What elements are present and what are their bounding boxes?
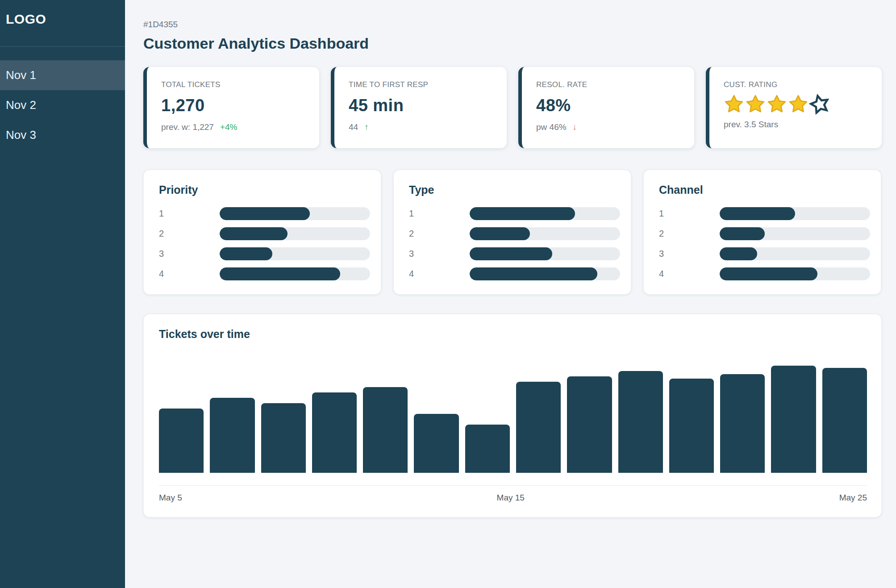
distribution-bar-track: [220, 247, 370, 260]
distribution-row-label: 3: [409, 249, 470, 259]
distribution-bar-fill: [720, 207, 795, 220]
sidebar-nav: Nov 1Nov 2Nov 3: [0, 60, 125, 150]
chart-bar: [516, 382, 561, 473]
distribution-title: Type: [409, 183, 620, 196]
chart-bars: [159, 345, 867, 473]
page-title: Customer Analytics Dashboard: [143, 35, 882, 52]
distribution-bar-fill: [470, 247, 552, 260]
distribution-title: Priority: [159, 183, 370, 196]
chart-bar: [414, 414, 458, 473]
kpi-label: TIME TO FIRST RESP: [349, 80, 498, 89]
chart-bar: [669, 379, 714, 473]
distribution-title: Channel: [659, 183, 870, 196]
distribution-bar-track: [220, 267, 370, 280]
distribution-bar-fill: [720, 227, 765, 240]
distribution-row-label: 1: [159, 209, 220, 219]
distribution-bar-track: [720, 267, 870, 280]
kpi-sub-text: prev. w: 1,227: [161, 122, 214, 132]
sidebar-item-nov-3[interactable]: Nov 3: [0, 120, 125, 150]
star-filled-icon: [788, 94, 808, 114]
chart-x-axis-line: [159, 485, 867, 486]
kpi-delta: +4%: [220, 122, 238, 132]
distribution-rows: 1234: [659, 207, 870, 280]
distribution-bar-track: [220, 227, 370, 240]
distribution-row: 3: [659, 247, 870, 260]
kpi-sub: prev. w: 1,227+4%: [161, 122, 310, 132]
distribution-bar-track: [720, 207, 870, 220]
distribution-bar-fill: [220, 207, 310, 220]
sidebar-item-nov-1[interactable]: Nov 1: [0, 60, 125, 90]
up-arrow-icon: ↑: [364, 122, 369, 132]
chart-bar: [567, 376, 612, 473]
kpi-card-resolution-rate: RESOL. RATE 48% pw 46%↓: [518, 67, 694, 148]
kpi-label: CUST. RATING: [724, 80, 873, 89]
chart-bar: [210, 398, 254, 473]
kpi-card-customer-rating: CUST. RATING prev. 3.5 Stars: [706, 67, 882, 148]
chart-bar: [312, 392, 357, 473]
chart-bar: [363, 387, 408, 473]
distribution-row: 1: [409, 207, 620, 220]
distribution-row-label: 2: [409, 229, 470, 239]
chart-x-labels: May 5May 15May 25: [159, 493, 867, 503]
kpi-value: 48%: [536, 96, 685, 115]
kpi-value: 1,270: [161, 96, 310, 115]
distribution-row-label: 4: [659, 269, 720, 279]
distribution-row: 2: [659, 227, 870, 240]
distribution-row: 3: [159, 247, 370, 260]
star-filled-icon: [724, 94, 744, 114]
rating-stars: [724, 93, 873, 115]
distribution-bar-fill: [720, 247, 757, 260]
kpi-card-time-to-first-resp: TIME TO FIRST RESP 45 min 44↑: [331, 67, 507, 148]
sidebar-item-nov-2[interactable]: Nov 2: [0, 90, 125, 120]
distribution-bar-fill: [470, 227, 530, 240]
distribution-row-label: 4: [159, 269, 220, 279]
chart-bar: [465, 425, 510, 473]
distribution-row: 3: [409, 247, 620, 260]
kpi-label: RESOL. RATE: [536, 80, 685, 89]
distribution-bar-track: [220, 207, 370, 220]
distribution-row: 2: [409, 227, 620, 240]
kpi-sub: pw 46%↓: [536, 122, 685, 132]
kpi-sub: 44↑: [349, 122, 498, 132]
distribution-bar-track: [720, 227, 870, 240]
distribution-row-label: 2: [159, 229, 220, 239]
reference-id: #1D4355: [143, 20, 882, 29]
kpi-card-total-tickets: TOTAL TICKETS 1,270 prev. w: 1,227+4%: [143, 67, 319, 148]
star-filled-icon: [745, 94, 766, 114]
distribution-row-label: 3: [159, 249, 220, 259]
chart-x-tick-label: May 5: [159, 493, 182, 503]
distribution-bar-track: [470, 267, 620, 280]
distribution-bar-fill: [470, 207, 575, 220]
star-empty-icon: [807, 92, 832, 117]
distribution-bar-track: [470, 247, 620, 260]
chart-bar: [261, 403, 306, 473]
kpi-sub-text: prev. 3.5 Stars: [724, 120, 778, 129]
distribution-bar-track: [720, 247, 870, 260]
tickets-over-time-card: Tickets over time May 5May 15May 25: [143, 314, 882, 517]
distribution-row: 4: [659, 267, 870, 280]
distribution-bar-track: [470, 207, 620, 220]
chart-x-tick-label: May 15: [497, 493, 525, 503]
distribution-row-label: 4: [409, 269, 470, 279]
distribution-bar-fill: [470, 267, 597, 280]
customer-analytics-dashboard: LOGO Nov 1Nov 2Nov 3 #1D4355 Customer An…: [0, 0, 896, 588]
chart-bar: [720, 374, 765, 473]
chart-bar: [618, 371, 663, 473]
distribution-card-priority: Priority 1234: [143, 170, 381, 295]
chart-bar: [159, 409, 204, 473]
distribution-row: 1: [159, 207, 370, 220]
distribution-row-label: 2: [659, 229, 720, 239]
distribution-row-label: 3: [659, 249, 720, 259]
kpi-label: TOTAL TICKETS: [161, 80, 310, 89]
distribution-bar-fill: [220, 247, 272, 260]
kpi-row: TOTAL TICKETS 1,270 prev. w: 1,227+4% TI…: [143, 67, 882, 148]
logo: LOGO: [6, 12, 125, 27]
main-content: #1D4355 Customer Analytics Dashboard TOT…: [125, 0, 896, 588]
chart-bar: [822, 368, 867, 473]
distribution-bar-track: [470, 227, 620, 240]
distribution-bar-fill: [220, 227, 288, 240]
kpi-sub-text: pw 46%: [536, 122, 567, 132]
distribution-row: 1: [659, 207, 870, 220]
down-arrow-icon: ↓: [573, 122, 577, 132]
kpi-sub: prev. 3.5 Stars: [724, 120, 873, 129]
